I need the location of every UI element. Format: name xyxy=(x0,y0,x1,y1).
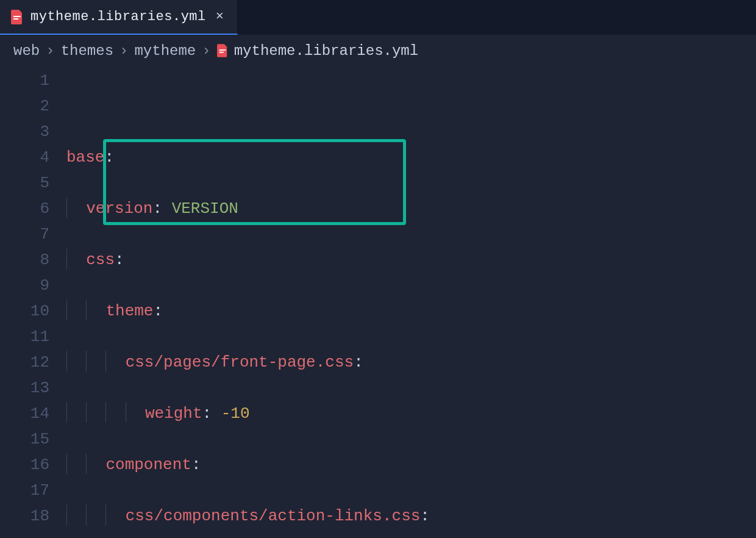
line-number: 1 xyxy=(0,68,49,93)
line-number: 10 xyxy=(0,298,49,324)
yaml-key: base xyxy=(66,148,104,167)
yaml-value: -10 xyxy=(221,404,250,423)
yaml-key: component xyxy=(105,456,191,474)
yaml-file-icon xyxy=(217,44,228,57)
yaml-key: theme xyxy=(105,302,153,320)
svg-rect-1 xyxy=(13,18,18,20)
line-number: 15 xyxy=(0,426,49,452)
line-number: 3 xyxy=(0,119,49,145)
yaml-file-icon xyxy=(11,10,23,24)
yaml-key: css/components/action-links.css xyxy=(126,507,421,525)
yaml-value: VERSION xyxy=(172,199,238,218)
chevron-right-icon: › xyxy=(119,43,128,59)
line-number: 11 xyxy=(0,324,49,350)
breadcrumb-item[interactable]: mytheme.libraries.yml xyxy=(234,43,418,59)
yaml-key: weight xyxy=(145,404,202,423)
line-number: 7 xyxy=(0,221,49,247)
breadcrumb-item[interactable]: themes xyxy=(61,43,113,59)
breadcrumb: web › themes › mytheme › mytheme.librari… xyxy=(0,35,756,66)
tabbar-empty xyxy=(238,0,756,35)
line-number: 16 xyxy=(0,452,49,478)
editor-tab[interactable]: mytheme.libraries.yml × xyxy=(0,0,238,35)
svg-rect-3 xyxy=(219,52,223,53)
line-number: 18 xyxy=(0,503,49,529)
tab-title: mytheme.libraries.yml xyxy=(30,9,206,24)
line-number: 9 xyxy=(0,273,49,298)
code-editor[interactable]: 123456789101112131415161718 base: versio… xyxy=(0,66,756,538)
line-number: 4 xyxy=(0,145,49,170)
breadcrumb-item[interactable]: mytheme xyxy=(134,43,196,59)
line-number: 8 xyxy=(0,247,49,273)
code-content[interactable]: base: version: VERSION css: theme: css/p… xyxy=(66,68,468,538)
breadcrumb-item[interactable]: web xyxy=(13,43,40,59)
line-number-gutter: 123456789101112131415161718 xyxy=(0,68,66,529)
svg-rect-2 xyxy=(219,49,226,51)
line-number: 13 xyxy=(0,375,49,401)
tab-bar: mytheme.libraries.yml × xyxy=(0,0,756,35)
yaml-key: css/pages/front-page.css xyxy=(126,353,354,371)
close-icon[interactable]: × xyxy=(213,10,226,24)
line-number: 17 xyxy=(0,478,49,503)
svg-rect-0 xyxy=(13,16,21,17)
line-number: 5 xyxy=(0,170,49,196)
chevron-right-icon: › xyxy=(202,43,210,59)
yaml-key: version xyxy=(86,199,152,218)
line-number: 12 xyxy=(0,350,49,375)
line-number: 6 xyxy=(0,196,49,221)
yaml-key: css xyxy=(86,251,115,269)
line-number: 2 xyxy=(0,93,49,119)
chevron-right-icon: › xyxy=(46,43,54,59)
line-number: 14 xyxy=(0,401,49,426)
